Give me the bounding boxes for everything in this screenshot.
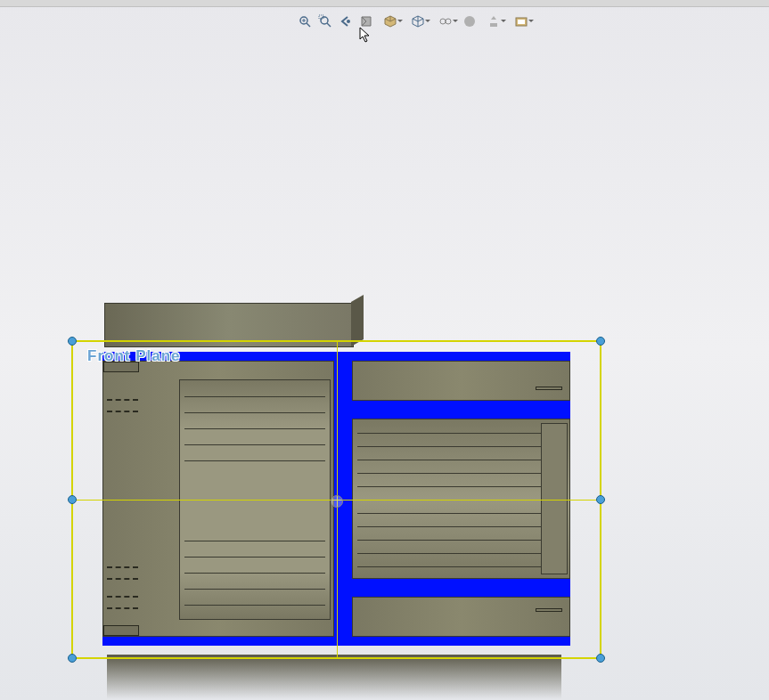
model-assembly[interactable]: Front Plane bbox=[71, 303, 606, 695]
view-settings-button[interactable] bbox=[509, 12, 534, 30]
edge-line bbox=[357, 486, 565, 487]
edge-line bbox=[184, 412, 325, 413]
edge-line bbox=[357, 526, 565, 527]
right-lower-housing bbox=[352, 597, 570, 637]
edge-line bbox=[184, 460, 325, 461]
edge-line bbox=[184, 541, 325, 541]
edge-line bbox=[357, 433, 565, 434]
edge-line bbox=[184, 605, 325, 606]
edge-line bbox=[184, 396, 325, 397]
edge-line bbox=[184, 428, 325, 429]
left-shaft-face bbox=[179, 379, 331, 620]
right-upper-housing bbox=[352, 361, 570, 401]
resize-handle[interactable] bbox=[596, 337, 605, 346]
dropdown-arrow-icon bbox=[501, 20, 506, 22]
edge-line bbox=[184, 589, 325, 590]
window-titlebar-fragment bbox=[0, 0, 769, 7]
resize-handle[interactable] bbox=[68, 654, 77, 663]
edge-line bbox=[184, 557, 325, 558]
hidden-line bbox=[107, 399, 138, 401]
edge-line bbox=[357, 473, 565, 474]
left-housing-face bbox=[102, 361, 334, 637]
edge-line bbox=[357, 460, 565, 460]
dropdown-arrow-icon bbox=[425, 20, 430, 22]
hidden-line bbox=[107, 596, 138, 598]
resize-handle[interactable] bbox=[596, 495, 605, 504]
resize-handle[interactable] bbox=[68, 337, 77, 346]
svg-point-4 bbox=[321, 17, 328, 24]
hidden-line bbox=[107, 607, 138, 609]
right-shaft-face bbox=[352, 419, 570, 579]
groove-detail bbox=[536, 608, 562, 612]
svg-point-7 bbox=[347, 20, 350, 23]
edge-line bbox=[184, 573, 325, 574]
svg-point-8 bbox=[440, 19, 446, 24]
graphics-viewport[interactable]: Front Plane bbox=[0, 36, 769, 700]
edge-line bbox=[357, 446, 565, 447]
svg-point-10 bbox=[464, 16, 475, 27]
plane-label[interactable]: Front Plane bbox=[87, 347, 181, 365]
cursor-icon bbox=[359, 27, 372, 46]
hidden-line bbox=[107, 578, 138, 580]
dropdown-arrow-icon bbox=[528, 20, 534, 22]
model-shadow bbox=[107, 655, 561, 699]
svg-rect-12 bbox=[518, 20, 525, 24]
apply-scene-button[interactable] bbox=[481, 12, 506, 30]
hidden-line bbox=[107, 566, 138, 568]
dropdown-arrow-icon bbox=[397, 20, 403, 22]
dropdown-arrow-icon bbox=[453, 20, 458, 22]
origin-marker-icon[interactable] bbox=[331, 495, 343, 508]
resize-handle[interactable] bbox=[596, 654, 605, 663]
hide-show-items-button[interactable] bbox=[433, 12, 458, 30]
previous-view-button[interactable] bbox=[337, 12, 355, 30]
view-orientation-button[interactable] bbox=[378, 12, 403, 30]
right-end-cap bbox=[541, 423, 568, 574]
svg-line-5 bbox=[327, 23, 331, 27]
edge-line bbox=[357, 513, 565, 514]
edit-appearance-button[interactable] bbox=[461, 12, 479, 30]
hidden-line bbox=[107, 411, 138, 412]
edge-line bbox=[357, 566, 565, 567]
edge-detail bbox=[103, 625, 139, 636]
model-top-block bbox=[104, 303, 354, 347]
edge-line bbox=[184, 444, 325, 445]
display-style-button[interactable] bbox=[405, 12, 430, 30]
zoom-to-fit-button[interactable] bbox=[296, 12, 314, 30]
zoom-to-area-button[interactable] bbox=[316, 12, 334, 30]
svg-line-1 bbox=[307, 23, 310, 27]
svg-point-9 bbox=[446, 19, 451, 24]
groove-detail bbox=[536, 387, 562, 390]
edge-line bbox=[357, 553, 565, 554]
resize-handle[interactable] bbox=[68, 495, 77, 504]
heads-up-view-toolbar bbox=[296, 12, 534, 30]
edge-line bbox=[357, 540, 565, 541]
